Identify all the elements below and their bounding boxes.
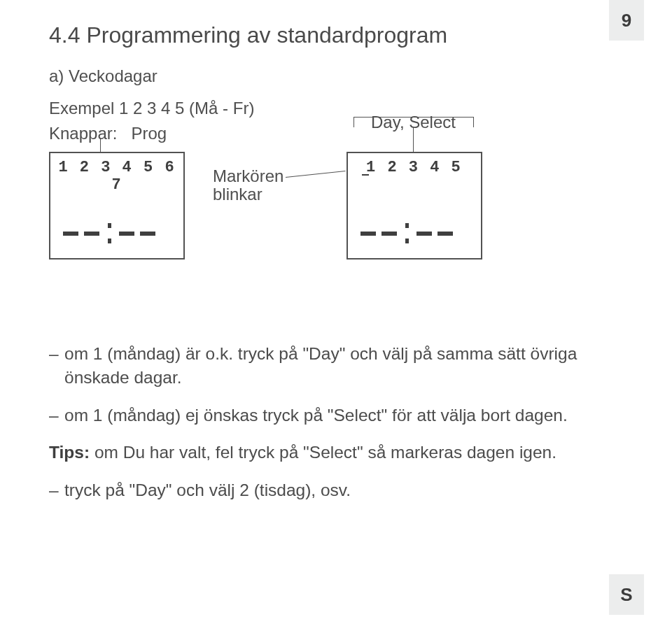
- seg-dash-icon: [382, 232, 397, 236]
- lcd-right-time-display: [348, 218, 481, 250]
- bullet-3: – tryck på "Day" och välj 2 (tisdag), os…: [49, 478, 630, 502]
- section-heading: 4.4 Programmering av standardprogram: [49, 22, 630, 48]
- dash-icon: –: [49, 478, 59, 502]
- leader-line: [286, 171, 346, 178]
- diagram: Day, Select 1 2 3 4 5 6 7 1 2 3 4 5: [49, 141, 630, 322]
- seg-dash-icon: [416, 232, 432, 236]
- seg-dash-icon: [360, 232, 376, 236]
- bracket-day-select: [354, 117, 474, 127]
- page-number: 9: [622, 10, 631, 31]
- language-tab: S: [609, 574, 644, 615]
- connector-prog: [100, 138, 101, 152]
- subsection-a: a) Veckodagar: [49, 66, 630, 86]
- lcd-left-time-display: [50, 218, 183, 250]
- tips-prefix: Tips:: [49, 443, 90, 462]
- page-number-tab: 9: [609, 0, 644, 41]
- manual-page: 9 4.4 Programmering av standardprogram a…: [0, 0, 672, 640]
- cursor-label: Markören blinkar: [213, 167, 284, 204]
- seg-dash-icon: [140, 232, 155, 236]
- example-line: Exempel 1 2 3 4 5 (Må - Fr): [49, 99, 630, 118]
- seg-dash-icon: [119, 232, 134, 236]
- seg-colon-icon: [405, 223, 409, 228]
- connector-day-select: [413, 127, 414, 152]
- lcd-screen-left: 1 2 3 4 5 6 7: [49, 152, 185, 259]
- cursor-underline-icon: [362, 174, 369, 176]
- bullet-1: – om 1 (måndag) är o.k. tryck på "Day" o…: [49, 342, 630, 390]
- bullet-3-text: tryck på "Day" och välj 2 (tisdag), osv.: [64, 478, 351, 502]
- seg-colon-icon: [108, 223, 111, 228]
- tips-text: om Du har valt, fel tryck på "Select" så…: [90, 443, 556, 462]
- seg-colon-icon: [108, 239, 111, 243]
- dash-icon: –: [49, 404, 59, 427]
- bullet-2: – om 1 (måndag) ej önskas tryck på "Sele…: [49, 404, 630, 427]
- bullet-2-text: om 1 (måndag) ej önskas tryck på "Select…: [64, 404, 568, 427]
- seg-dash-icon: [63, 232, 78, 236]
- lcd-screen-right: 1 2 3 4 5: [346, 152, 482, 259]
- body-text: – om 1 (måndag) är o.k. tryck på "Day" o…: [49, 342, 630, 502]
- language-tab-letter: S: [620, 584, 632, 606]
- seg-dash-icon: [438, 232, 453, 236]
- seg-colon-icon: [405, 239, 409, 243]
- cursor-label-line1: Markören: [213, 166, 284, 185]
- dash-icon: –: [49, 342, 59, 390]
- bullet-1-text: om 1 (måndag) är o.k. tryck på "Day" och…: [64, 342, 630, 390]
- seg-dash-icon: [84, 232, 99, 236]
- cursor-label-line2: blinkar: [213, 185, 262, 204]
- lcd-left-day-digits: 1 2 3 4 5 6 7: [50, 159, 183, 194]
- tips-line: Tips: om Du har valt, fel tryck på "Sele…: [49, 441, 630, 464]
